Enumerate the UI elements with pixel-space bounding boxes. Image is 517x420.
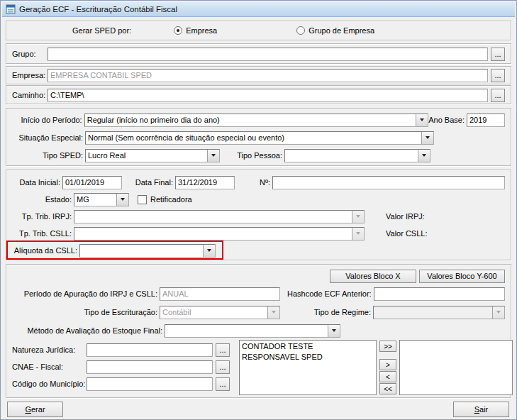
tp-trib-csll-drop-button[interactable] <box>352 228 364 240</box>
transfer-one-left-button[interactable]: < <box>379 371 396 382</box>
valor-csll-label: Valor CSLL: <box>386 229 428 238</box>
grupo-browse-button[interactable]: ... <box>491 48 505 61</box>
metodo-estoque-drop-button[interactable] <box>328 325 340 337</box>
chevron-down-icon <box>211 154 216 157</box>
aliquota-csll-value <box>80 245 203 257</box>
aliquota-csll-drop-button[interactable] <box>203 245 215 257</box>
responsaveis-selecionados-list[interactable] <box>399 340 513 395</box>
tipo-regime-select[interactable] <box>373 306 505 319</box>
tipo-escrituracao-row: Tipo de Escrituração: Contábil Tipo de R… <box>12 305 505 319</box>
window-title: Geração ECF - Escrituração Contábil Fisc… <box>19 5 177 13</box>
situacao-especial-value: Normal (Sem ocorrência de situação espec… <box>86 132 421 144</box>
situacao-especial-select[interactable]: Normal (Sem ocorrência de situação espec… <box>85 131 434 145</box>
tipo-regime-value <box>374 306 492 319</box>
chevron-down-icon <box>356 215 360 218</box>
situacao-especial-label: Situação Especial: <box>12 133 83 142</box>
municipio-input[interactable] <box>87 377 213 391</box>
grupo-label: Grupo: <box>12 50 48 58</box>
inicio-periodo-drop-button[interactable] <box>416 114 428 126</box>
tipo-sped-row: Tipo SPED: Lucro Real Tipo Pessoa: <box>12 148 505 162</box>
tipo-pessoa-select[interactable] <box>284 149 430 162</box>
periodo-apuracao-label: Período de Apuração do IRPJ e CSLL: <box>12 289 157 298</box>
responsaveis-list[interactable]: CONTADOR TESTERESPONSAVEL SPED <box>239 340 377 395</box>
radio-empresa[interactable] <box>174 26 182 35</box>
transfer-all-left-button[interactable]: << <box>379 383 396 394</box>
section-periodo: Início do Período: Regular (início no pr… <box>6 108 511 166</box>
cnae-browse-button[interactable]: ... <box>216 360 230 374</box>
radio-empresa-label: Empresa <box>186 26 217 35</box>
natureza-juridica-browse-button[interactable]: ... <box>216 343 230 357</box>
cnae-input[interactable] <box>87 360 213 374</box>
chevron-down-icon <box>332 329 336 332</box>
tp-trib-irpj-select[interactable] <box>74 210 365 223</box>
gerar-sped-por-label: Gerar SPED por: <box>72 26 131 35</box>
transfer-one-right-button[interactable]: > <box>379 359 396 370</box>
gerar-button[interactable]: Gerar <box>7 402 63 417</box>
estado-drop-button[interactable] <box>116 194 128 206</box>
tipo-sped-value: Lucro Real <box>86 150 207 162</box>
caminho-label: Caminho: <box>12 91 48 99</box>
aliquota-csll-select[interactable] <box>79 244 216 258</box>
situacao-especial-row: Situação Especial: Normal (Sem ocorrênci… <box>12 131 505 145</box>
tipo-sped-label: Tipo SPED: <box>12 151 83 160</box>
grupo-input[interactable] <box>48 48 488 61</box>
estado-row: Estado: MG Retificadora <box>12 192 505 206</box>
municipio-browse-button[interactable]: ... <box>216 377 230 391</box>
title-bar: Geração ECF - Escrituração Contábil Fisc… <box>2 2 515 17</box>
transfer-all-right-button[interactable]: >> <box>379 341 396 352</box>
list-item[interactable]: CONTADOR TESTE <box>240 341 375 352</box>
natureza-juridica-input[interactable] <box>87 343 213 357</box>
natureza-juridica-label: Natureza Jurídica: <box>12 346 84 354</box>
tp-trib-irpj-row: Tp. Trib. IRPJ: Valor IRPJ: <box>12 209 505 223</box>
metodo-estoque-select[interactable] <box>165 324 340 338</box>
estado-select[interactable]: MG <box>74 193 129 206</box>
situacao-especial-drop-button[interactable] <box>421 132 433 144</box>
valores-bloco-row: Valores Bloco X Valores Bloco Y-600 <box>12 269 505 283</box>
tp-trib-irpj-drop-button[interactable] <box>352 211 364 223</box>
valor-irpj-label: Valor IRPJ: <box>386 212 425 221</box>
grupo-row: Grupo: ... <box>12 47 505 61</box>
cnae-label: CNAE - Fiscal: <box>12 363 84 371</box>
caminho-browse-button[interactable]: ... <box>491 89 505 102</box>
tipo-pessoa-label: Tipo Pessoa: <box>227 151 282 160</box>
chevron-down-icon <box>420 118 424 121</box>
section-empresa: Empresa: ... <box>6 66 511 84</box>
data-inicial-input[interactable] <box>62 176 122 189</box>
tipo-sped-drop-button[interactable] <box>207 150 219 162</box>
inicio-periodo-select[interactable]: Regular (início no primeiro dia do ano) <box>84 114 429 127</box>
list-item[interactable]: RESPONSAVEL SPED <box>240 352 375 363</box>
tipo-pessoa-drop-button[interactable] <box>418 150 430 162</box>
radio-grupo-de-empresa-label: Grupo de Empresa <box>308 26 374 35</box>
periodo-apuracao-row: Período de Apuração do IRPJ e CSLL: Hash… <box>12 287 505 301</box>
tipo-sped-select[interactable]: Lucro Real <box>85 149 220 162</box>
retificadora-label: Retificadora <box>150 195 192 204</box>
periodo-apuracao-input[interactable] <box>160 287 280 301</box>
tp-trib-irpj-value <box>74 211 352 223</box>
radio-grupo-de-empresa[interactable] <box>296 26 305 35</box>
tp-trib-csll-select[interactable] <box>74 227 365 241</box>
gerar-sped-por-row: Gerar SPED por: Empresa Grupo de Empresa <box>12 23 505 38</box>
sair-button-label: Sair <box>474 405 489 414</box>
empresa-input[interactable] <box>48 69 488 82</box>
valores-bloco-x-button[interactable]: Valores Bloco X <box>330 270 416 283</box>
hashcode-label: Hashcode ECF Anterior: <box>287 289 372 298</box>
valores-bloco-y-button[interactable]: Valores Bloco Y-600 <box>419 270 505 283</box>
caminho-input[interactable] <box>48 89 488 102</box>
empresa-browse-button[interactable]: ... <box>491 69 505 82</box>
tipo-escrituracao-select[interactable]: Contábil <box>160 306 280 319</box>
retificadora-checkbox[interactable] <box>138 195 147 204</box>
chevron-down-icon <box>496 311 501 314</box>
numero-input[interactable] <box>272 176 505 189</box>
tipo-regime-drop-button[interactable] <box>492 306 504 319</box>
sair-button[interactable]: Sair <box>453 402 509 417</box>
ano-base-input[interactable] <box>467 114 505 127</box>
estado-value: MG <box>74 194 116 206</box>
chevron-down-icon <box>207 249 211 252</box>
hashcode-input[interactable] <box>374 287 505 301</box>
tipo-regime-label: Tipo de Regime: <box>314 308 371 316</box>
app-icon <box>6 4 16 14</box>
datas-row: Data Inicial: Data Final: Nº: <box>12 175 505 189</box>
data-final-input[interactable] <box>175 176 235 189</box>
tipo-escrituracao-drop-button[interactable] <box>267 306 279 319</box>
ecf-window: Geração ECF - Escrituração Contábil Fisc… <box>0 0 517 420</box>
